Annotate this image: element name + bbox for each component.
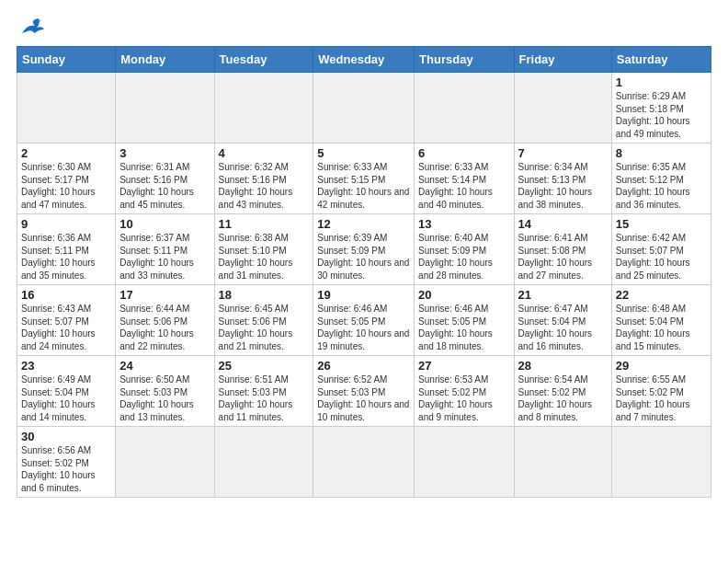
day-cell: 7Sunrise: 6:34 AM Sunset: 5:13 PM Daylig…	[514, 144, 611, 214]
day-info: Sunrise: 6:43 AM Sunset: 5:07 PM Dayligh…	[21, 303, 111, 352]
day-cell: 13Sunrise: 6:40 AM Sunset: 5:09 PM Dayli…	[415, 214, 514, 285]
logo	[17, 17, 48, 37]
day-number: 14	[518, 217, 608, 231]
week-row-1: 2Sunrise: 6:30 AM Sunset: 5:17 PM Daylig…	[17, 144, 711, 214]
day-cell: 27Sunrise: 6:53 AM Sunset: 5:02 PM Dayli…	[415, 356, 514, 427]
day-cell	[116, 427, 214, 498]
day-number: 12	[317, 217, 410, 231]
day-cell	[313, 427, 415, 498]
weekday-header-friday: Friday	[514, 47, 611, 73]
day-number: 19	[317, 288, 410, 302]
day-cell: 20Sunrise: 6:46 AM Sunset: 5:05 PM Dayli…	[415, 285, 514, 356]
day-number: 9	[21, 217, 111, 231]
day-cell: 14Sunrise: 6:41 AM Sunset: 5:08 PM Dayli…	[514, 214, 611, 285]
day-cell: 9Sunrise: 6:36 AM Sunset: 5:11 PM Daylig…	[17, 214, 116, 285]
day-number: 15	[616, 217, 707, 231]
day-cell	[214, 427, 313, 498]
day-cell: 2Sunrise: 6:30 AM Sunset: 5:17 PM Daylig…	[17, 144, 116, 214]
day-info: Sunrise: 6:33 AM Sunset: 5:15 PM Dayligh…	[317, 161, 410, 211]
day-cell: 10Sunrise: 6:37 AM Sunset: 5:11 PM Dayli…	[116, 214, 214, 285]
day-number: 10	[119, 217, 210, 231]
day-info: Sunrise: 6:29 AM Sunset: 5:18 PM Dayligh…	[616, 90, 707, 140]
day-cell	[514, 73, 611, 144]
logo-bird-icon	[20, 17, 46, 37]
day-info: Sunrise: 6:39 AM Sunset: 5:09 PM Dayligh…	[317, 232, 410, 282]
day-cell: 4Sunrise: 6:32 AM Sunset: 5:16 PM Daylig…	[214, 144, 313, 214]
day-cell: 23Sunrise: 6:49 AM Sunset: 5:04 PM Dayli…	[17, 356, 116, 427]
day-cell: 18Sunrise: 6:45 AM Sunset: 5:06 PM Dayli…	[214, 285, 313, 356]
day-cell: 22Sunrise: 6:48 AM Sunset: 5:04 PM Dayli…	[611, 285, 711, 356]
day-cell	[514, 427, 611, 498]
weekday-header-tuesday: Tuesday	[214, 47, 313, 73]
day-cell: 6Sunrise: 6:33 AM Sunset: 5:14 PM Daylig…	[415, 144, 514, 214]
day-number: 21	[518, 288, 608, 302]
day-number: 26	[317, 359, 410, 373]
week-row-5: 30Sunrise: 6:56 AM Sunset: 5:02 PM Dayli…	[17, 427, 711, 498]
weekday-header-row: SundayMondayTuesdayWednesdayThursdayFrid…	[17, 47, 711, 73]
day-info: Sunrise: 6:46 AM Sunset: 5:05 PM Dayligh…	[317, 303, 410, 352]
day-info: Sunrise: 6:50 AM Sunset: 5:03 PM Dayligh…	[119, 373, 210, 423]
day-info: Sunrise: 6:47 AM Sunset: 5:04 PM Dayligh…	[518, 303, 608, 352]
day-info: Sunrise: 6:46 AM Sunset: 5:05 PM Dayligh…	[418, 303, 509, 352]
day-info: Sunrise: 6:36 AM Sunset: 5:11 PM Dayligh…	[21, 232, 111, 282]
day-info: Sunrise: 6:55 AM Sunset: 5:02 PM Dayligh…	[616, 373, 707, 423]
weekday-header-sunday: Sunday	[17, 47, 116, 73]
day-number: 27	[418, 359, 509, 373]
day-cell: 21Sunrise: 6:47 AM Sunset: 5:04 PM Dayli…	[514, 285, 611, 356]
day-info: Sunrise: 6:41 AM Sunset: 5:08 PM Dayligh…	[518, 232, 608, 282]
page: SundayMondayTuesdayWednesdayThursdayFrid…	[0, 0, 728, 507]
day-cell	[611, 427, 711, 498]
day-number: 7	[518, 146, 608, 160]
day-cell: 28Sunrise: 6:54 AM Sunset: 5:02 PM Dayli…	[514, 356, 611, 427]
week-row-3: 16Sunrise: 6:43 AM Sunset: 5:07 PM Dayli…	[17, 285, 711, 356]
day-cell: 24Sunrise: 6:50 AM Sunset: 5:03 PM Dayli…	[116, 356, 214, 427]
day-number: 25	[219, 359, 310, 373]
day-number: 20	[418, 288, 509, 302]
day-number: 13	[418, 217, 509, 231]
day-cell: 19Sunrise: 6:46 AM Sunset: 5:05 PM Dayli…	[313, 285, 415, 356]
day-cell: 26Sunrise: 6:52 AM Sunset: 5:03 PM Dayli…	[313, 356, 415, 427]
logo-area	[17, 17, 48, 37]
header	[17, 17, 711, 37]
day-cell	[415, 427, 514, 498]
day-cell	[214, 73, 313, 144]
day-info: Sunrise: 6:31 AM Sunset: 5:16 PM Dayligh…	[119, 161, 210, 211]
day-cell: 11Sunrise: 6:38 AM Sunset: 5:10 PM Dayli…	[214, 214, 313, 285]
day-info: Sunrise: 6:51 AM Sunset: 5:03 PM Dayligh…	[219, 373, 310, 423]
day-number: 16	[21, 288, 111, 302]
calendar: SundayMondayTuesdayWednesdayThursdayFrid…	[17, 46, 711, 498]
day-cell: 5Sunrise: 6:33 AM Sunset: 5:15 PM Daylig…	[313, 144, 415, 214]
day-number: 5	[317, 146, 410, 160]
day-info: Sunrise: 6:48 AM Sunset: 5:04 PM Dayligh…	[616, 303, 707, 352]
day-cell: 29Sunrise: 6:55 AM Sunset: 5:02 PM Dayli…	[611, 356, 711, 427]
day-number: 24	[119, 359, 210, 373]
day-info: Sunrise: 6:33 AM Sunset: 5:14 PM Dayligh…	[418, 161, 509, 211]
weekday-header-wednesday: Wednesday	[313, 47, 415, 73]
day-info: Sunrise: 6:38 AM Sunset: 5:10 PM Dayligh…	[219, 232, 310, 282]
day-cell: 8Sunrise: 6:35 AM Sunset: 5:12 PM Daylig…	[611, 144, 711, 214]
day-cell	[313, 73, 415, 144]
day-cell: 17Sunrise: 6:44 AM Sunset: 5:06 PM Dayli…	[116, 285, 214, 356]
weekday-header-saturday: Saturday	[611, 47, 711, 73]
day-cell: 1Sunrise: 6:29 AM Sunset: 5:18 PM Daylig…	[611, 73, 711, 144]
day-cell	[17, 73, 116, 144]
day-number: 2	[21, 146, 111, 160]
day-info: Sunrise: 6:42 AM Sunset: 5:07 PM Dayligh…	[616, 232, 707, 282]
day-info: Sunrise: 6:35 AM Sunset: 5:12 PM Dayligh…	[616, 161, 707, 211]
week-row-2: 9Sunrise: 6:36 AM Sunset: 5:11 PM Daylig…	[17, 214, 711, 285]
day-info: Sunrise: 6:37 AM Sunset: 5:11 PM Dayligh…	[119, 232, 210, 282]
day-info: Sunrise: 6:40 AM Sunset: 5:09 PM Dayligh…	[418, 232, 509, 282]
day-cell: 16Sunrise: 6:43 AM Sunset: 5:07 PM Dayli…	[17, 285, 116, 356]
day-cell: 25Sunrise: 6:51 AM Sunset: 5:03 PM Dayli…	[214, 356, 313, 427]
day-info: Sunrise: 6:53 AM Sunset: 5:02 PM Dayligh…	[418, 373, 509, 423]
day-number: 8	[616, 146, 707, 160]
day-number: 23	[21, 359, 111, 373]
day-number: 29	[616, 359, 707, 373]
day-number: 1	[616, 75, 707, 89]
day-number: 18	[219, 288, 310, 302]
day-cell: 3Sunrise: 6:31 AM Sunset: 5:16 PM Daylig…	[116, 144, 214, 214]
day-info: Sunrise: 6:52 AM Sunset: 5:03 PM Dayligh…	[317, 373, 410, 423]
day-number: 11	[219, 217, 310, 231]
weekday-header-thursday: Thursday	[415, 47, 514, 73]
day-number: 4	[219, 146, 310, 160]
